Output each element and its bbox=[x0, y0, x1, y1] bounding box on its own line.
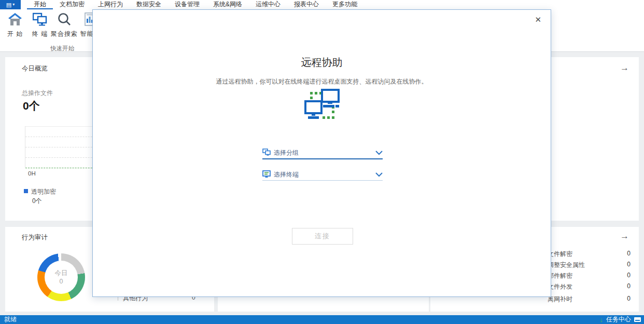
ribbon-button-label: 终 端 bbox=[32, 30, 48, 38]
remote-assist-modal: ✕ 远程协助 通过远程协助，你可以对在线终端进行远程桌面支持、远程访问及在线协作… bbox=[92, 9, 551, 297]
forward-arrow-icon[interactable]: → bbox=[620, 232, 629, 240]
list-item-value: 0 bbox=[627, 261, 631, 269]
ribbon-button-home[interactable]: 开 始 bbox=[3, 12, 27, 38]
menu-items: 开始 文档加密 上网行为 数据安全 设备管理 系统&网络 运维中心 报表中心 更… bbox=[27, 0, 364, 9]
close-icon[interactable]: ✕ bbox=[533, 13, 543, 26]
menubar: ▤ ▾ 开始 文档加密 上网行为 数据安全 设备管理 系统&网络 运维中心 报表… bbox=[0, 0, 644, 9]
menu-item-report-center[interactable]: 报表中心 bbox=[287, 0, 326, 9]
list-item-label: 文件外发 bbox=[548, 282, 572, 291]
list-item-value: 0 bbox=[627, 272, 631, 280]
app-menu-button[interactable]: ▤ ▾ bbox=[0, 0, 21, 9]
metric-value: 0个 bbox=[23, 99, 40, 113]
group-select-icon bbox=[262, 148, 271, 158]
menu-item-web-behavior[interactable]: 上网行为 bbox=[91, 0, 130, 9]
chevron-down-icon bbox=[375, 150, 383, 157]
ribbon-button-label: 聚合搜索 bbox=[51, 30, 78, 38]
list-item-label: 邮件解密 bbox=[548, 272, 572, 280]
menu-item-data-security[interactable]: 数据安全 bbox=[130, 0, 168, 9]
modal-title: 远程协助 bbox=[93, 56, 551, 70]
list-item-value: 0 bbox=[627, 250, 631, 259]
ribbon-group-label: 快速开始 bbox=[39, 45, 85, 52]
audit-card-title: 行为审计 bbox=[22, 233, 48, 242]
forward-arrow-icon[interactable]: → bbox=[620, 63, 629, 72]
chart-axis-label: 0H bbox=[28, 170, 36, 177]
menu-item-doc-encrypt[interactable]: 文档加密 bbox=[53, 0, 91, 9]
ribbon-button-search[interactable]: 聚合搜索 bbox=[52, 12, 77, 38]
group-select-dropdown[interactable]: 选择分组 bbox=[262, 147, 383, 159]
modal-description: 通过远程协助，你可以对在线终端进行远程桌面支持、远程访问及在线协作。 bbox=[93, 77, 551, 86]
legend-swatch bbox=[24, 189, 28, 193]
list-item-label: 离网补时 bbox=[548, 295, 572, 304]
metric-label: 总操作文件 bbox=[22, 89, 53, 98]
terminals-icon bbox=[33, 12, 47, 28]
tray-monitor-icon[interactable] bbox=[634, 317, 641, 322]
legend-value: 0个 bbox=[32, 197, 42, 206]
terminal-select-icon bbox=[262, 170, 271, 180]
list-item-value: 0 bbox=[627, 295, 631, 304]
terminal-select-dropdown[interactable]: 选择终端 bbox=[262, 169, 383, 181]
overview-card-title: 今日概览 bbox=[22, 64, 48, 73]
donut-center-value: 0 bbox=[60, 277, 63, 286]
app-window-icon: ▤ bbox=[6, 0, 11, 9]
menu-item-more[interactable]: 更多功能 bbox=[326, 0, 364, 9]
list-item-label: 文件解密 bbox=[548, 250, 572, 259]
menu-item-ops-center[interactable]: 运维中心 bbox=[249, 0, 287, 9]
list-item-label: 调整安全属性 bbox=[548, 261, 585, 269]
list-item: 离网补时 0 bbox=[548, 295, 631, 304]
status-ready-text: 就绪 bbox=[4, 315, 17, 324]
task-center-button[interactable]: 任务中心 bbox=[606, 315, 631, 324]
menu-item-start[interactable]: 开始 bbox=[27, 0, 53, 9]
terminal-select-placeholder: 选择终端 bbox=[274, 170, 372, 179]
home-icon bbox=[8, 12, 22, 28]
download-arrow-icon: ↓ bbox=[600, 315, 604, 324]
list-item: 邮件解密 0 bbox=[548, 272, 631, 280]
statusbar: 就绪 ↓ 任务中心 bbox=[0, 315, 644, 324]
menu-item-system-network[interactable]: 系统&网络 bbox=[206, 0, 249, 9]
connect-button[interactable]: 连接 bbox=[292, 228, 353, 245]
ribbon-button-label: 开 始 bbox=[7, 30, 23, 38]
caret-down-icon: ▾ bbox=[12, 0, 15, 9]
legend-label: 透明加密 bbox=[31, 187, 56, 196]
chevron-down-icon bbox=[375, 171, 383, 179]
search-icon bbox=[57, 12, 72, 28]
list-item-value: 0 bbox=[627, 282, 631, 291]
donut-center-label: 今日 bbox=[55, 269, 68, 277]
list-item: 文件解密 0 bbox=[548, 250, 631, 259]
ribbon-button-terminals[interactable]: 终 端 bbox=[29, 12, 51, 38]
list-item: 调整安全属性 0 bbox=[548, 261, 631, 269]
audit-donut-wrap: 今日 0 bbox=[37, 253, 85, 301]
remote-desktop-icon bbox=[93, 89, 551, 123]
group-select-placeholder: 选择分组 bbox=[274, 148, 372, 157]
list-item: 文件外发 0 bbox=[548, 282, 631, 291]
menu-item-device-mgmt[interactable]: 设备管理 bbox=[168, 0, 206, 9]
donut-center: 今日 0 bbox=[45, 261, 78, 294]
app-window: ▤ ▾ 开始 文档加密 上网行为 数据安全 设备管理 系统&网络 运维中心 报表… bbox=[0, 0, 644, 324]
